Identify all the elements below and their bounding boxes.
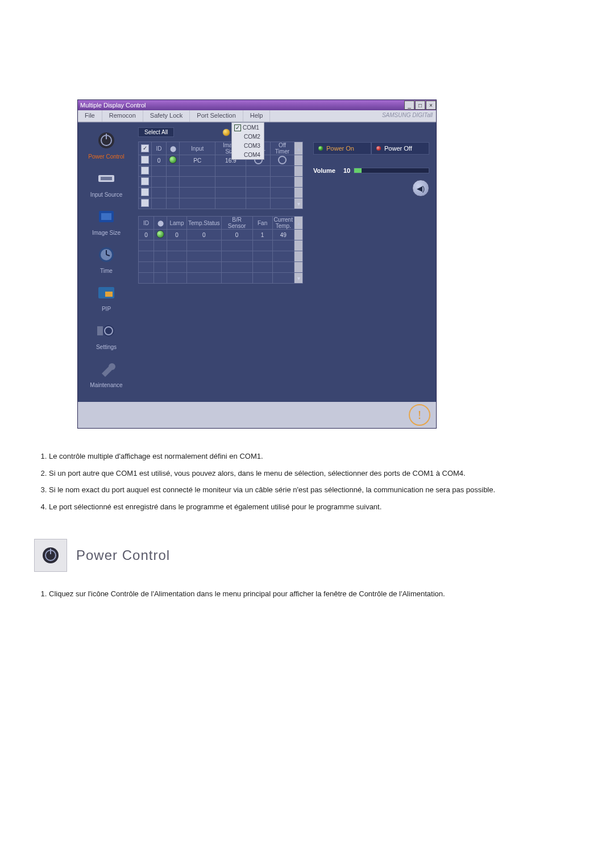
status-dot-icon [156, 230, 164, 238]
volume-label: Volume [313, 167, 335, 174]
off-timer-icon [278, 156, 287, 164]
sidebar-label: Settings [78, 344, 135, 350]
menu-file[interactable]: File [78, 110, 102, 122]
table-row[interactable]: 0 PC 16:9 [139, 155, 303, 166]
scroll-down-button[interactable]: ▾ [294, 198, 303, 209]
instructions-list: Le contrôle multiple d'affichage est nor… [49, 451, 591, 512]
display-table: ID ⬤ Input Image Size On Timer Off Timer… [138, 142, 303, 209]
power-off-label: Power Off [384, 145, 412, 152]
col-input: Input [180, 142, 215, 155]
row-check[interactable] [141, 167, 149, 175]
status-header-icon: ⬤ [157, 220, 164, 226]
cell-fan: 1 [252, 230, 272, 240]
sidebar-item-pip[interactable]: PIP [78, 281, 135, 312]
status-bar: ! [78, 402, 436, 428]
com2-label[interactable]: COM2 [244, 134, 260, 140]
scrollbar[interactable] [294, 155, 303, 166]
sidebar-label: Time [78, 268, 135, 274]
sidebar-item-power-control[interactable]: Power Control [78, 128, 135, 160]
col-off-timer: Off Timer [270, 142, 294, 155]
com1-check[interactable] [234, 124, 241, 131]
list-item: Cliquez sur l'icône Contrôle de l'Alimen… [49, 589, 591, 599]
svg-rect-12 [105, 292, 113, 297]
app-window: Multiple Display Control _ □ × File Remo… [77, 99, 437, 429]
cell-temp-status: 0 [187, 230, 222, 240]
row-check[interactable] [141, 188, 149, 196]
sidebar-label: Input Source [78, 192, 135, 198]
sidebar-item-image-size[interactable]: Image Size [78, 205, 135, 236]
volume-control: Volume 10 [313, 167, 429, 174]
svg-rect-4 [101, 177, 112, 180]
settings-icon [94, 319, 118, 343]
close-button[interactable]: × [426, 101, 436, 110]
menu-remocon[interactable]: Remocon [102, 110, 143, 122]
sidebar-item-input-source[interactable]: Input Source [78, 167, 135, 198]
menubar: File Remocon Safety Lock Port Selection … [78, 110, 436, 122]
port-selection-dropdown[interactable]: COM1 COM2 COM3 COM4 [231, 122, 264, 160]
row-check[interactable] [141, 177, 149, 185]
maximize-button[interactable]: □ [415, 101, 425, 110]
status-dot-icon [169, 156, 177, 164]
col-current-temp: Current Temp. [272, 217, 294, 230]
select-all-button[interactable]: Select All [138, 127, 174, 137]
sidebar-item-maintenance[interactable]: Maintenance [78, 357, 135, 388]
maintenance-table: ID ⬤ Lamp Temp.Status B/R Sensor Fan Cur… [138, 216, 303, 284]
power-on-label: Power On [326, 145, 354, 152]
sidebar-label: Maintenance [78, 382, 135, 388]
table-header-row: ID ⬤ Lamp Temp.Status B/R Sensor Fan Cur… [139, 217, 303, 230]
menu-safety-lock[interactable]: Safety Lock [143, 110, 190, 122]
col-lamp: Lamp [167, 217, 187, 230]
minimize-button[interactable]: _ [404, 101, 414, 110]
sidebar-item-time[interactable]: Time [78, 243, 135, 274]
volume-value: 10 [343, 167, 350, 174]
scroll-down-button[interactable]: ▾ [294, 273, 303, 284]
busy-icon [222, 128, 230, 136]
table-empty-row [139, 240, 303, 251]
scroll-up-button[interactable]: ▴ [294, 142, 303, 155]
table-empty-row [139, 177, 303, 188]
menu-help[interactable]: Help [243, 110, 271, 122]
control-pane: Power On Power Off Volume 10 ◀) [306, 123, 436, 402]
document-body: Le contrôle multiple d'affichage est nor… [34, 451, 591, 599]
list-item: Si un port autre que COM1 est utilisé, v… [49, 468, 591, 479]
section-title: Power Control [76, 547, 170, 563]
list-item: Le port sélectionné est enregistré dans … [49, 502, 591, 512]
cell-lamp: 0 [167, 230, 187, 240]
cell-id: 0 [151, 155, 166, 166]
pip-icon [94, 281, 118, 305]
titlebar: Multiple Display Control _ □ × [78, 100, 436, 110]
row-check[interactable] [141, 199, 149, 207]
cell-id: 0 [139, 230, 154, 240]
sidebar-item-settings[interactable]: Settings [78, 319, 135, 350]
table-empty-row [139, 251, 303, 262]
sidebar-label: PIP [78, 306, 135, 312]
volume-slider[interactable] [354, 168, 429, 173]
power-off-button[interactable]: Power Off [371, 142, 429, 155]
com1-label: COM1 [243, 124, 259, 131]
cell-br-sensor: 0 [221, 230, 252, 240]
svg-rect-6 [101, 213, 111, 220]
speaker-icon[interactable]: ◀) [412, 180, 429, 197]
col-id: ID [139, 217, 154, 230]
power-control-icon [94, 128, 118, 152]
time-icon [94, 243, 118, 267]
row-check[interactable] [141, 156, 149, 164]
table-row[interactable]: 0 0 0 0 1 49 [139, 230, 303, 240]
scroll-up-button[interactable]: ▴ [294, 217, 303, 230]
header-check[interactable] [141, 144, 149, 152]
status-header-icon: ⬤ [170, 146, 176, 152]
scrollbar[interactable] [294, 230, 303, 240]
com3-label[interactable]: COM3 [244, 143, 260, 149]
power-on-dot-icon [318, 146, 323, 151]
list-item: Le contrôle multiple d'affichage est nor… [49, 451, 591, 462]
sidebar-label: Image Size [78, 230, 135, 236]
col-id: ID [151, 142, 166, 155]
section-header: Power Control [34, 539, 591, 572]
image-size-icon [94, 205, 118, 229]
menu-port-selection[interactable]: Port Selection [190, 110, 243, 122]
sidebar: Power Control Input Source Image Size Ti… [78, 123, 135, 402]
cell-current-temp: 49 [272, 230, 294, 240]
power-on-button[interactable]: Power On [313, 142, 371, 155]
com4-label[interactable]: COM4 [244, 152, 260, 158]
window-title: Multiple Display Control [80, 102, 404, 109]
